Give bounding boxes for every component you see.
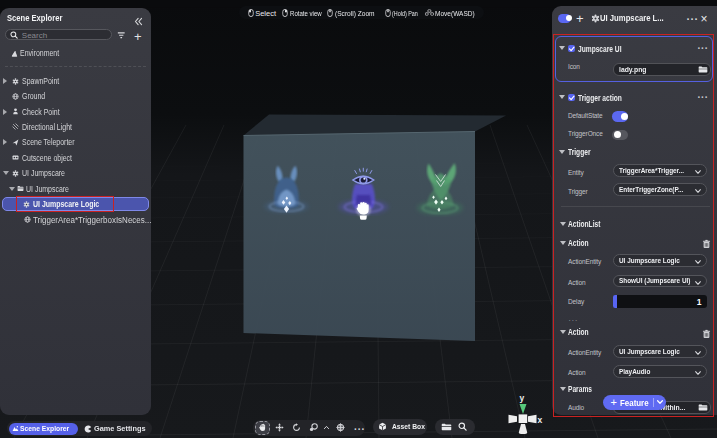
svg-text:x: x [538, 415, 543, 425]
svg-text:y: y [520, 393, 525, 403]
